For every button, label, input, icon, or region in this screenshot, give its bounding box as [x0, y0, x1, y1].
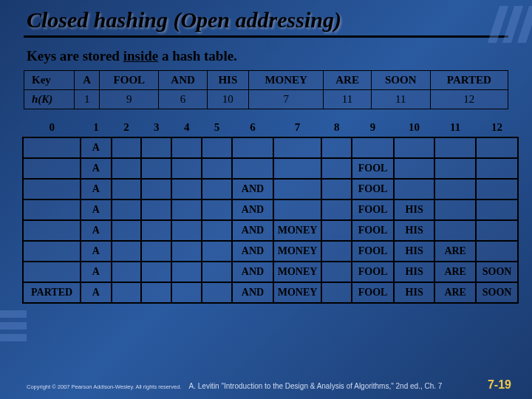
- insert-cell: [476, 220, 518, 241]
- hash-row-label-key: Key: [24, 71, 75, 90]
- insert-col-header: 8: [321, 117, 352, 137]
- title-rule: [24, 35, 508, 38]
- insert-cell: HIS: [394, 200, 434, 220]
- insert-cell: [171, 179, 202, 200]
- hash-value-cell: 9: [100, 90, 159, 109]
- insert-cell: [141, 282, 171, 303]
- insert-cell: [394, 158, 434, 179]
- insert-cell: SOON: [476, 282, 518, 303]
- insert-cell: HIS: [394, 262, 434, 282]
- hash-value-cell: 11: [324, 90, 371, 109]
- insert-cell: [23, 179, 81, 200]
- insert-cell: MONEY: [273, 220, 321, 241]
- insert-cell: MONEY: [273, 282, 321, 303]
- insert-cell: [112, 137, 142, 158]
- subtitle-pre: Keys are stored: [27, 48, 123, 64]
- insert-cell: A: [81, 179, 111, 200]
- insert-cell: [476, 200, 518, 220]
- hash-key-cell: PARTED: [430, 71, 508, 90]
- insert-cell: [141, 200, 171, 220]
- insert-cell: [171, 282, 202, 303]
- insert-cell: MONEY: [273, 241, 321, 262]
- insert-cell: [273, 158, 321, 179]
- hash-key-cell: AND: [159, 71, 208, 90]
- slide-title: Closed hashing (Open addressing): [0, 0, 532, 35]
- insert-cell: [171, 158, 202, 179]
- hash-value-cell: 11: [371, 90, 430, 109]
- insert-cell: [232, 158, 273, 179]
- hash-row-label-hk: h(K): [24, 90, 75, 109]
- insert-col-header: 9: [352, 117, 394, 137]
- insert-cell: [321, 262, 352, 282]
- insert-cell: [321, 220, 352, 241]
- hash-key-cell: SOON: [371, 71, 430, 90]
- insert-cell: [202, 220, 232, 241]
- insert-cell: HIS: [394, 220, 434, 241]
- insert-cell: [321, 179, 352, 200]
- footer-copyright: Copyright © 2007 Pearson Addison-Wesley.…: [27, 383, 182, 390]
- hash-function-table: Key A FOOL AND HIS MONEY ARE SOON PARTED…: [24, 70, 508, 109]
- insert-cell: ARE: [434, 282, 476, 303]
- insert-cell: [434, 220, 476, 241]
- hash-value-cell: 10: [207, 90, 248, 109]
- insert-cell: [112, 158, 142, 179]
- insert-cell: [434, 179, 476, 200]
- insert-row: AANDFOOL: [23, 179, 518, 200]
- insert-cell: [171, 262, 202, 282]
- insert-cell: [23, 262, 81, 282]
- insert-cell: [23, 220, 81, 241]
- insert-cell: [171, 241, 202, 262]
- hash-keys-row: Key A FOOL AND HIS MONEY ARE SOON PARTED: [24, 71, 508, 90]
- insert-cell: [321, 200, 352, 220]
- insert-cell: [141, 262, 171, 282]
- insert-cell: FOOL: [352, 282, 394, 303]
- hash-values-row: h(K) 1 9 6 10 7 11 11 12: [24, 90, 508, 109]
- insert-cell: [112, 200, 142, 220]
- insert-cell: [171, 200, 202, 220]
- insert-cell: [141, 179, 171, 200]
- insert-cell: [434, 200, 476, 220]
- hash-value-cell: 7: [248, 90, 324, 109]
- insert-row: AANDFOOLHIS: [23, 200, 518, 220]
- insert-cell: FOOL: [352, 220, 394, 241]
- side-decor: [0, 310, 27, 369]
- insert-row: AANDMONEYFOOLHISARESOON: [23, 262, 518, 282]
- subtitle-underline: inside: [123, 48, 159, 64]
- insert-cell: [202, 179, 232, 200]
- insert-row: A: [23, 137, 518, 158]
- insert-cell: HIS: [394, 282, 434, 303]
- footer-page-number: 7-19: [488, 378, 511, 392]
- insert-cell: [321, 241, 352, 262]
- insert-cell: [273, 179, 321, 200]
- insert-cell: [352, 137, 394, 158]
- insert-row: AFOOL: [23, 158, 518, 179]
- insert-row: PARTEDAANDMONEYFOOLHISARESOON: [23, 282, 518, 303]
- insert-cell: AND: [232, 282, 273, 303]
- insert-cell: [202, 282, 232, 303]
- insert-cell: [476, 137, 518, 158]
- insert-cell: [394, 179, 434, 200]
- insert-cell: A: [81, 262, 111, 282]
- insert-cell: [273, 137, 321, 158]
- hash-key-cell: MONEY: [248, 71, 324, 90]
- insert-cell: A: [81, 220, 111, 241]
- insert-cell: A: [81, 241, 111, 262]
- insert-row: AANDMONEYFOOLHISARE: [23, 241, 518, 262]
- insert-header-row: 0123456789101112: [23, 117, 518, 137]
- insert-cell: [394, 137, 434, 158]
- insert-col-header: 2: [112, 117, 142, 137]
- insert-cell: [171, 220, 202, 241]
- insert-cell: [434, 158, 476, 179]
- footer-citation: A. Levitin "Introduction to the Design &…: [189, 382, 480, 390]
- insert-col-header: 1: [81, 117, 111, 137]
- insert-col-header: 12: [476, 117, 518, 137]
- insert-cell: [23, 200, 81, 220]
- slide-footer: Copyright © 2007 Pearson Addison-Wesley.…: [0, 378, 532, 392]
- insert-cell: FOOL: [352, 241, 394, 262]
- insert-cell: [23, 241, 81, 262]
- insert-cell: [23, 158, 81, 179]
- insert-cell: [112, 179, 142, 200]
- insert-cell: [202, 158, 232, 179]
- insert-col-header: 6: [232, 117, 273, 137]
- insert-cell: FOOL: [352, 158, 394, 179]
